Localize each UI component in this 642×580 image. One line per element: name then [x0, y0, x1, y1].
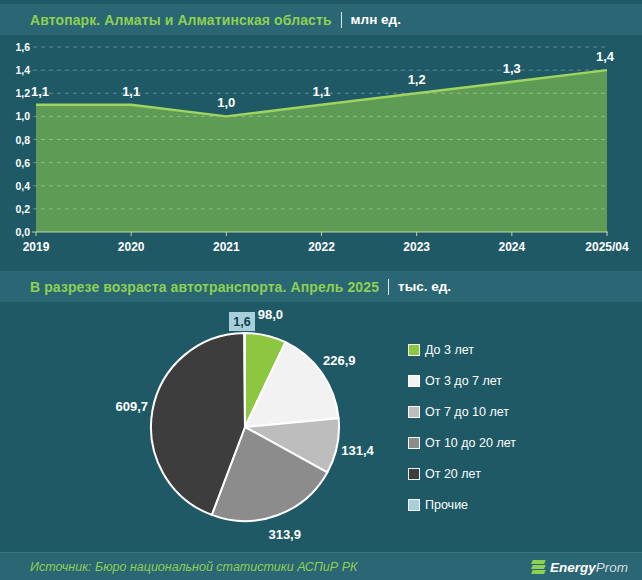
x-tick-label: 2023 — [403, 240, 430, 254]
legend-item: От 10 до 20 лет — [408, 427, 608, 458]
y-tick-label: 0,4 — [15, 180, 30, 192]
y-tick-label: 1,0 — [15, 110, 30, 122]
data-label: 313,9 — [268, 527, 301, 542]
data-label: 1,4 — [596, 49, 615, 64]
x-tick-label: 2025/04 — [585, 240, 629, 254]
legend-swatch-icon — [408, 375, 420, 387]
x-tick-label: 2022 — [308, 240, 335, 254]
x-tick-label: 2020 — [118, 240, 145, 254]
energyprom-logo-icon — [532, 560, 545, 574]
legend-swatch-icon — [408, 499, 420, 511]
section-unit: млн ед. — [351, 12, 401, 27]
fleet-area-chart: 2019202020212022202320242025/040,00,20,4… — [0, 38, 642, 268]
data-label: 226,9 — [323, 353, 356, 368]
data-label: 1,0 — [217, 95, 235, 110]
legend-item: От 7 до 10 лет — [408, 396, 608, 427]
legend-swatch-icon — [408, 344, 420, 356]
legend-item: От 3 до 7 лет — [408, 365, 608, 396]
legend-label: От 3 до 7 лет — [425, 374, 502, 388]
infographic: Автопарк. Алматы и Алматинская область м… — [0, 0, 642, 580]
legend-label: От 7 до 10 лет — [425, 405, 509, 419]
y-tick-label: 1,2 — [15, 87, 30, 99]
energyprom-logo: EnergyProm — [532, 558, 628, 576]
footer: Источник: Бюро национальной статистики А… — [0, 552, 642, 580]
legend-swatch-icon — [408, 468, 420, 480]
y-tick-label: 1,6 — [15, 41, 30, 53]
logo-text-bold: Energy — [550, 560, 596, 575]
y-tick-label: 1,4 — [15, 64, 30, 76]
y-tick-label: 0,8 — [15, 134, 30, 146]
legend-item: Прочие — [408, 489, 608, 520]
y-tick-label: 0,2 — [15, 203, 30, 215]
section-header-age: В разрезе возраста автотранспорта. Апрел… — [0, 271, 642, 302]
data-label: 609,7 — [116, 399, 149, 414]
title-separator — [341, 12, 342, 28]
section-title: В разрезе возраста автотранспорта. Апрел… — [30, 279, 379, 295]
y-tick-label: 0,0 — [15, 226, 30, 238]
data-label: 1,1 — [122, 84, 140, 99]
x-tick-label: 2019 — [23, 240, 50, 254]
source-text: Источник: Бюро национальной статистики А… — [30, 560, 357, 574]
section-header-fleet: Автопарк. Алматы и Алматинская область м… — [0, 4, 642, 35]
data-label: 131,4 — [341, 443, 374, 458]
data-label: 98,0 — [258, 307, 283, 322]
y-tick-label: 0,6 — [15, 157, 30, 169]
data-label: 1,1 — [31, 84, 49, 99]
legend-item: От 20 лет — [408, 458, 608, 489]
legend-label: От 10 до 20 лет — [425, 436, 516, 450]
legend-label: Прочие — [425, 498, 468, 512]
legend-label: До 3 лет — [425, 343, 474, 357]
legend-item: До 3 лет — [408, 334, 608, 365]
x-tick-label: 2024 — [498, 240, 525, 254]
data-label: 1,3 — [503, 61, 521, 76]
section-title: Автопарк. Алматы и Алматинская область — [30, 12, 332, 28]
data-label: 1,1 — [312, 84, 330, 99]
data-label: 1,2 — [408, 72, 426, 87]
legend-label: От 20 лет — [425, 467, 481, 481]
pie-legend: До 3 летОт 3 до 7 летОт 7 до 10 летОт 10… — [408, 334, 608, 520]
legend-swatch-icon — [408, 406, 420, 418]
data-label: 1,6 — [233, 315, 250, 329]
pie-slice — [244, 333, 245, 427]
title-separator — [388, 279, 389, 295]
x-tick-label: 2021 — [213, 240, 240, 254]
section-unit: тыс. ед. — [398, 279, 451, 294]
logo-text-light: Prom — [596, 560, 628, 575]
legend-swatch-icon — [408, 437, 420, 449]
